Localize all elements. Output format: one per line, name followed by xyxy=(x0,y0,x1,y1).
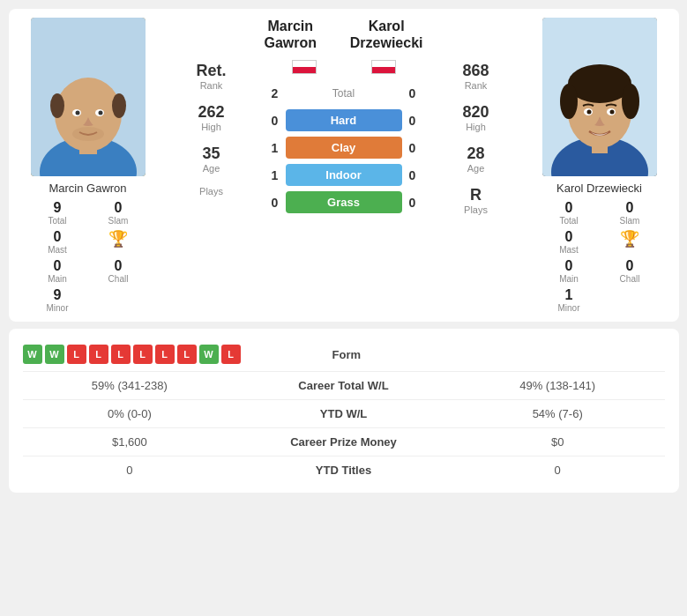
form-left-value-3: 0 xyxy=(23,464,237,477)
form-section: WWLLLLLLWL Form 59% (341-238) Career Tot… xyxy=(9,329,679,493)
left-rank-stat: Ret. Rank xyxy=(196,62,226,91)
left-plays-stat: Plays xyxy=(199,186,223,197)
right-player-name: Karol Drzewiecki xyxy=(556,182,642,195)
right-rank-stat: 868 Rank xyxy=(462,62,489,91)
left-stat-minor: 9 Minor xyxy=(31,287,85,313)
total-row: 2 Total 0 xyxy=(265,83,423,104)
form-left-value-1: 0% (0-0) xyxy=(23,407,237,420)
left-age-stat: 35 Age xyxy=(202,145,220,174)
player-comparison-card: Marcin Gawron 9 Total 0 Slam 0 Mast 🏆 xyxy=(9,9,679,322)
form-row-1: 0% (0-0) YTD W/L 54% (7-6) xyxy=(23,400,665,428)
form-right-value-1: 54% (7-6) xyxy=(451,407,665,420)
form-badge-l: L xyxy=(155,345,175,364)
trophy-icon-right: 🏆 xyxy=(620,229,639,249)
form-right-value-0: 49% (138-141) xyxy=(451,379,665,392)
svg-point-17 xyxy=(622,84,639,119)
right-stats-panel: 868 Rank 820 High 28 Age R Plays xyxy=(423,18,529,313)
form-right-value-3: 0 xyxy=(451,464,665,477)
right-player-stats: 0 Total 0 Slam 0 Mast 🏆 0 Main xyxy=(542,200,657,313)
left-trophy: 🏆 xyxy=(92,229,146,255)
form-left-value-2: $1,600 xyxy=(23,435,237,449)
form-badge-w: W xyxy=(199,345,219,364)
form-row-0: 59% (341-238) Career Total W/L 49% (138-… xyxy=(23,372,665,400)
right-stat-mast: 0 Mast xyxy=(542,229,596,255)
grass-court-row: 0 Grass 0 xyxy=(265,191,423,213)
svg-point-4 xyxy=(50,93,64,118)
right-stat-total: 0 Total xyxy=(542,200,596,226)
right-player-panel: Karol Drzewiecki 0 Total 0 Slam 0 Mast 🏆 xyxy=(529,18,670,313)
top-section: Marcin Gawron 9 Total 0 Slam 0 Mast 🏆 xyxy=(9,18,679,313)
right-stat-slam: 0 Slam xyxy=(603,200,657,226)
form-rows-container: 59% (341-238) Career Total W/L 49% (138-… xyxy=(23,372,665,484)
trophy-icon-left: 🏆 xyxy=(108,229,128,249)
svg-point-15 xyxy=(568,64,631,103)
right-high-stat: 820 High xyxy=(462,103,489,132)
right-player-header: Karol Drzewiecki xyxy=(350,18,423,51)
svg-point-5 xyxy=(112,93,126,118)
form-row-label-2: Career Prize Money xyxy=(236,435,451,449)
form-badge-w: W xyxy=(23,345,42,364)
svg-point-8 xyxy=(75,111,79,115)
form-left-value-0: 59% (341-238) xyxy=(23,379,237,392)
right-age-stat: 28 Age xyxy=(467,145,484,174)
form-badges: WWLLLLLLWL xyxy=(23,345,241,364)
svg-point-9 xyxy=(98,111,102,115)
form-right-value-2: $0 xyxy=(451,435,665,449)
svg-point-16 xyxy=(560,84,578,119)
form-badge-l: L xyxy=(133,345,153,364)
left-player-panel: Marcin Gawron 9 Total 0 Slam 0 Mast 🏆 xyxy=(18,18,159,313)
middle-stats-panel: Ret. Rank 262 High 35 Age Plays xyxy=(159,18,265,313)
form-row-label-0: Career Total W/L xyxy=(236,379,451,392)
right-stat-chall: 0 Chall xyxy=(603,258,657,284)
form-badge-w: W xyxy=(45,345,64,364)
right-plays-stat: R Plays xyxy=(464,186,488,215)
hard-court-row: 0 Hard 0 xyxy=(265,109,423,131)
left-stat-main: 0 Main xyxy=(31,258,85,284)
right-player-photo xyxy=(542,18,657,176)
left-stat-chall: 0 Chall xyxy=(92,258,146,284)
indoor-court-row: 1 Indoor 0 xyxy=(265,164,423,186)
left-player-name: Marcin Gawron xyxy=(49,182,126,195)
left-stat-mast: 0 Mast xyxy=(31,229,85,255)
form-row-label-3: YTD Titles xyxy=(236,464,451,477)
form-row-2: $1,600 Career Prize Money $0 xyxy=(23,428,665,456)
left-high-stat: 262 High xyxy=(198,103,224,132)
form-badge-l: L xyxy=(89,345,108,364)
left-player-header: Marcin Gawron xyxy=(265,18,317,51)
svg-point-20 xyxy=(586,110,591,115)
form-badge-l: L xyxy=(221,345,241,364)
clay-court-row: 1 Clay 0 xyxy=(265,137,423,159)
form-row-label-1: YTD W/L xyxy=(236,407,451,420)
svg-point-10 xyxy=(72,127,104,141)
right-flag xyxy=(371,60,396,74)
right-stat-minor: 1 Minor xyxy=(542,287,596,313)
right-trophy: 🏆 xyxy=(603,229,657,255)
left-player-photo xyxy=(31,18,146,176)
form-section-label: Form xyxy=(241,348,453,361)
form-badges-row: WWLLLLLLWL Form xyxy=(23,338,665,372)
svg-point-21 xyxy=(609,110,614,115)
form-badge-l: L xyxy=(177,345,197,364)
left-player-stats: 9 Total 0 Slam 0 Mast 🏆 0 Main xyxy=(31,200,146,313)
center-panel: Marcin Gawron Karol Drzewiecki 2 Total 0 xyxy=(265,18,423,313)
form-badge-l: L xyxy=(111,345,131,364)
left-flag xyxy=(292,60,317,74)
form-badge-l: L xyxy=(67,345,86,364)
form-row-3: 0 YTD Titles 0 xyxy=(23,456,665,484)
right-stat-main: 0 Main xyxy=(542,258,596,284)
left-stat-total: 9 Total xyxy=(31,200,85,226)
left-stat-slam: 0 Slam xyxy=(92,200,146,226)
